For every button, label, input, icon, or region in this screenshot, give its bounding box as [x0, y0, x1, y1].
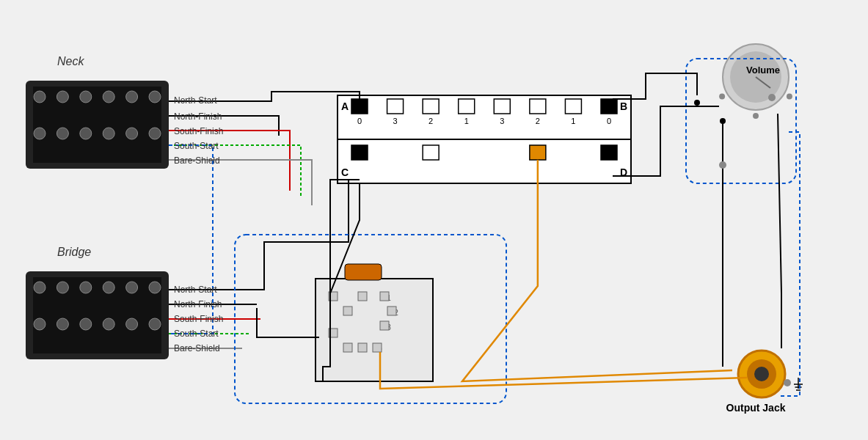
bridge-north-start-label: North-Start	[174, 285, 217, 295]
bridge-north-finish-label: North-Finish	[174, 299, 222, 309]
neck-north-start-label: North-Start	[174, 95, 217, 106]
volume-label: Volume	[734, 65, 792, 76]
output-jack-label: Output Jack	[712, 402, 800, 414]
neck-label: Neck	[57, 55, 84, 68]
neck-south-finish-label: South-Finish	[174, 126, 223, 136]
neck-south-start-label: South-Start	[174, 141, 219, 151]
bridge-label: Bridge	[57, 246, 91, 259]
bridge-bare-shield-label: Bare-Shield	[174, 343, 220, 353]
neck-bare-shield-label: Bare-Shield	[174, 155, 220, 166]
neck-north-finish-label: North-Finish	[174, 111, 222, 122]
bridge-south-start-label: South-Start	[174, 329, 219, 339]
bridge-south-finish-label: South-Finish	[174, 314, 223, 324]
